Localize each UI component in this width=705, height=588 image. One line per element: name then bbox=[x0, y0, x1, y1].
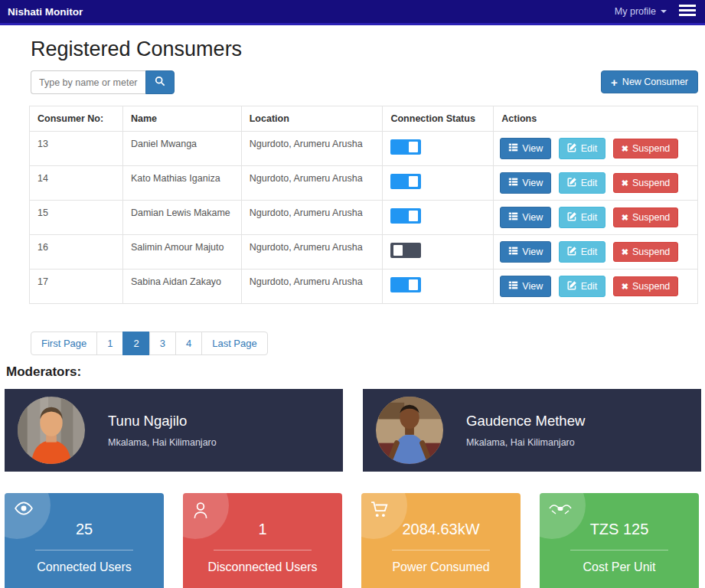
edit-icon bbox=[567, 211, 577, 224]
plus-icon: + bbox=[611, 77, 618, 88]
pagination-page-2[interactable]: 2 bbox=[122, 332, 149, 355]
header-connection-status: Connection Status bbox=[383, 106, 494, 132]
suspend-button[interactable]: ✖Suspend bbox=[613, 139, 679, 158]
consumer-name: Salimin Amour Majuto bbox=[122, 235, 241, 270]
edit-label: Edit bbox=[581, 143, 598, 154]
edit-button[interactable]: Edit bbox=[559, 172, 606, 194]
toggle-knob bbox=[409, 279, 418, 290]
connection-toggle[interactable] bbox=[390, 277, 421, 292]
view-label: View bbox=[522, 178, 543, 188]
power-consumed-card: 2084.63kW Power Consumed bbox=[361, 493, 521, 588]
consumer-name: Damian Lewis Makame bbox=[122, 201, 241, 235]
consumer-name: Kato Mathias Iganiza bbox=[122, 166, 241, 201]
list-icon bbox=[508, 280, 518, 292]
edit-label: Edit bbox=[581, 247, 598, 257]
suspend-label: Suspend bbox=[632, 143, 670, 154]
caret-down-icon bbox=[661, 10, 667, 13]
my-profile-dropdown[interactable]: My profile bbox=[615, 6, 667, 17]
consumer-no: 14 bbox=[30, 166, 123, 201]
moderator-avatar bbox=[18, 397, 85, 464]
consumer-location: Ngurdoto, Arumeru Arusha bbox=[241, 132, 383, 166]
divider bbox=[570, 550, 668, 550]
divider bbox=[214, 550, 312, 550]
pagination-last-page[interactable]: Last Page bbox=[201, 332, 268, 355]
new-consumer-label: New Consumer bbox=[622, 77, 688, 87]
pagination-page-1[interactable]: 1 bbox=[96, 332, 123, 355]
suspend-label: Suspend bbox=[632, 212, 670, 223]
suspend-label: Suspend bbox=[632, 247, 670, 257]
list-icon bbox=[508, 177, 518, 189]
list-icon bbox=[508, 211, 518, 224]
consumer-location: Ngurdoto, Arumeru Arusha bbox=[241, 201, 383, 235]
x-icon: ✖ bbox=[622, 213, 628, 223]
my-profile-label: My profile bbox=[615, 6, 656, 17]
edit-label: Edit bbox=[581, 178, 598, 188]
consumer-no: 15 bbox=[30, 201, 123, 235]
top-navbar: Nishati Monitor My profile bbox=[0, 0, 705, 25]
view-label: View bbox=[522, 212, 543, 223]
stat-label: Connected Users bbox=[5, 560, 164, 574]
suspend-label: Suspend bbox=[632, 178, 670, 188]
view-button[interactable]: View bbox=[500, 276, 551, 297]
connection-toggle[interactable] bbox=[390, 174, 421, 189]
connected-users-card: 25 Connected Users bbox=[5, 493, 164, 588]
table-header-row: Consumer No: Name Location Connection St… bbox=[30, 106, 698, 132]
suspend-button[interactable]: ✖Suspend bbox=[613, 207, 679, 227]
handshake-icon bbox=[549, 501, 572, 520]
moderator-avatar bbox=[376, 397, 443, 464]
pagination-page-4[interactable]: 4 bbox=[175, 332, 202, 355]
list-icon bbox=[508, 142, 518, 155]
edit-label: Edit bbox=[581, 212, 598, 223]
consumer-location: Ngurdoto, Arumeru Arusha bbox=[241, 235, 383, 270]
user-icon bbox=[192, 501, 209, 523]
list-icon bbox=[508, 246, 518, 258]
edit-button[interactable]: Edit bbox=[559, 138, 606, 159]
view-button[interactable]: View bbox=[500, 241, 551, 263]
search-input[interactable] bbox=[31, 70, 145, 94]
edit-button[interactable]: Edit bbox=[559, 207, 606, 228]
table-row: 16 Salimin Amour Majuto Ngurdoto, Arumer… bbox=[30, 235, 698, 270]
view-button[interactable]: View bbox=[500, 138, 551, 159]
new-consumer-button[interactable]: + New Consumer bbox=[601, 70, 698, 93]
disconnected-users-card: 1 Disconnected Users bbox=[183, 493, 342, 588]
pagination-first-page[interactable]: First Page bbox=[31, 332, 97, 355]
suspend-button[interactable]: ✖Suspend bbox=[613, 242, 679, 262]
header-name: Name bbox=[122, 106, 241, 132]
suspend-button[interactable]: ✖Suspend bbox=[613, 276, 679, 296]
view-label: View bbox=[522, 143, 543, 154]
header-location: Location bbox=[241, 106, 383, 132]
edit-icon bbox=[567, 177, 577, 189]
view-button[interactable]: View bbox=[500, 207, 551, 228]
edit-icon bbox=[567, 246, 577, 258]
connection-toggle[interactable] bbox=[390, 208, 421, 224]
toggle-knob bbox=[409, 142, 418, 152]
table-row: 13 Daniel Mwanga Ngurdoto, Arumeru Arush… bbox=[30, 132, 698, 166]
moderator-location: Mkalama, Hai Kilimanjaro bbox=[466, 437, 585, 448]
stat-label: Power Consumed bbox=[361, 560, 521, 574]
edit-button[interactable]: Edit bbox=[559, 241, 606, 263]
connection-toggle[interactable] bbox=[390, 139, 421, 155]
x-icon: ✖ bbox=[622, 282, 628, 292]
header-consumer-no: Consumer No: bbox=[30, 106, 123, 132]
page-title: Registered Consumers bbox=[31, 38, 698, 61]
moderator-name: Tunu Ngajilo bbox=[108, 413, 217, 430]
edit-button[interactable]: Edit bbox=[559, 276, 606, 297]
consumer-name: Sabina Aidan Zakayo bbox=[122, 270, 241, 304]
consumer-no: 13 bbox=[30, 132, 123, 166]
eye-icon bbox=[14, 501, 34, 518]
connection-toggle[interactable] bbox=[390, 243, 421, 258]
cost-per-unit-card: TZS 125 Cost Per Unit bbox=[540, 493, 699, 588]
header-actions: Actions bbox=[494, 106, 698, 132]
pagination-page-3[interactable]: 3 bbox=[149, 332, 176, 355]
suspend-button[interactable]: ✖Suspend bbox=[613, 173, 679, 193]
hamburger-menu-icon[interactable] bbox=[679, 5, 696, 19]
search-button[interactable] bbox=[145, 70, 175, 94]
x-icon: ✖ bbox=[622, 178, 628, 188]
consumer-location: Ngurdoto, Arumeru Arusha bbox=[241, 270, 383, 304]
table-row: 17 Sabina Aidan Zakayo Ngurdoto, Arumeru… bbox=[30, 270, 698, 304]
moderator-card: Gaudence Methew Mkalama, Hai Kilimanjaro bbox=[363, 389, 701, 472]
app-brand[interactable]: Nishati Monitor bbox=[8, 6, 83, 18]
view-label: View bbox=[522, 281, 543, 292]
view-button[interactable]: View bbox=[500, 172, 551, 194]
cart-icon bbox=[370, 501, 389, 521]
